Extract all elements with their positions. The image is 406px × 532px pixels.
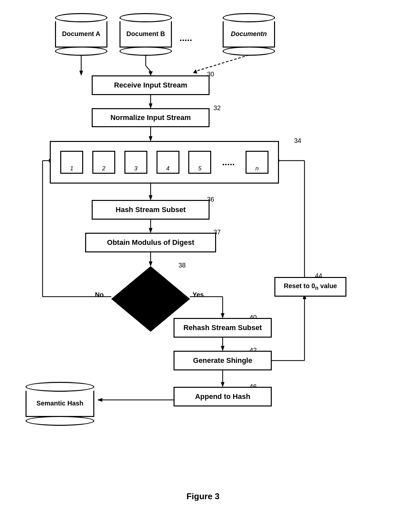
- svg-line-3: [146, 66, 151, 71]
- no-label: No: [95, 291, 104, 299]
- document-b-cylinder: Document B: [120, 13, 172, 56]
- svg-marker-23: [221, 382, 224, 387]
- square-2: 2: [92, 151, 115, 174]
- diamond-label: IfModulus of Digest= 0: [124, 287, 178, 311]
- label-34: 34: [294, 137, 301, 145]
- squares-container: 1 2 3 4 5 ..... n: [50, 141, 279, 184]
- document-a-label: Document A: [55, 21, 107, 48]
- svg-marker-14: [149, 228, 152, 233]
- square-1: 1: [60, 151, 83, 174]
- square-n: n: [246, 151, 268, 174]
- document-n-cylinder: Document n: [223, 13, 275, 56]
- svg-marker-10: [149, 136, 152, 141]
- svg-marker-21: [221, 346, 224, 351]
- svg-marker-1: [80, 71, 83, 75]
- squares-dots: .....: [220, 157, 236, 167]
- obtain-modulus-box: Obtain Modulus of Digest: [85, 233, 216, 252]
- svg-line-5: [195, 55, 249, 71]
- diagram-container: Document A Document B ..... Document n 3…: [0, 0, 406, 511]
- document-b-label: Document B: [120, 21, 172, 48]
- square-3: 3: [124, 151, 147, 174]
- reset-value-box: Reset to 0n value: [274, 277, 346, 297]
- document-a-cylinder: Document A: [55, 13, 107, 56]
- label-32: 32: [213, 104, 221, 112]
- svg-marker-4: [149, 71, 153, 75]
- svg-marker-6: [193, 69, 197, 73]
- document-n-label: Document n: [223, 21, 275, 48]
- svg-marker-25: [98, 398, 102, 402]
- semantic-hash-cylinder: Semantic Hash: [26, 382, 94, 426]
- rehash-stream-subset-box: Rehash Stream Subset: [174, 318, 272, 338]
- append-to-hash-box: Append to Hash: [174, 387, 272, 406]
- semantic-hash-label: Semantic Hash: [26, 391, 94, 417]
- yes-label: Yes: [193, 291, 204, 299]
- receive-input-box: Receive Input Stream: [92, 75, 210, 95]
- dots-between: .....: [179, 33, 192, 43]
- square-4: 4: [157, 151, 179, 174]
- svg-marker-12: [149, 195, 152, 200]
- hash-stream-subset-box: Hash Stream Subset: [92, 200, 210, 220]
- square-5: 5: [188, 151, 211, 174]
- figure-caption: Figure 3: [0, 491, 406, 502]
- svg-marker-16: [149, 262, 152, 266]
- svg-marker-19: [221, 313, 224, 318]
- normalize-input-box: Normalize Input Stream: [92, 108, 210, 127]
- generate-shingle-box: Generate Shingle: [174, 351, 272, 370]
- svg-marker-8: [149, 104, 152, 108]
